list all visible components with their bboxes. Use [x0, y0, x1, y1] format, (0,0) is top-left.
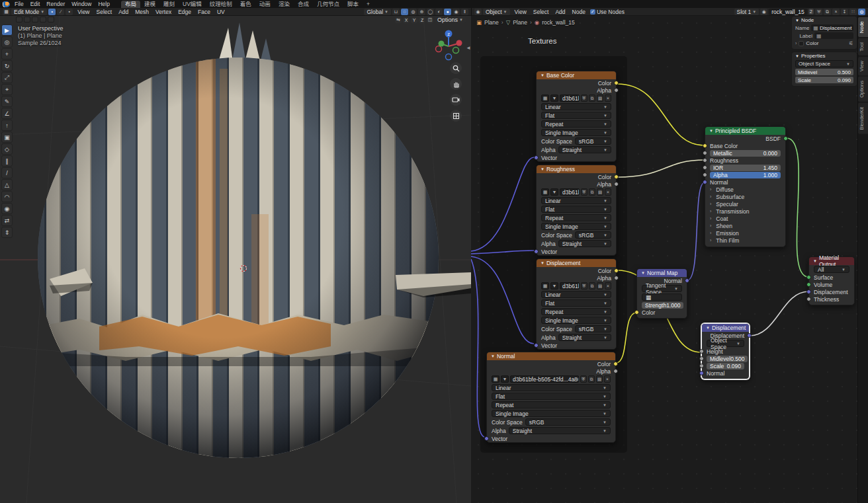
material-users-count[interactable]: 2 [808, 9, 814, 15]
workspace-tab[interactable]: 纹理绘制 [206, 1, 236, 8]
fake-user-shield-icon[interactable]: ⛨ [581, 282, 587, 290]
gizmos-icon[interactable]: ⊕ [418, 9, 425, 15]
node-label-field[interactable]: ▦ [814, 32, 853, 39]
pause-render-button[interactable]: ‖ [461, 9, 468, 15]
node-editor-menu-item[interactable]: Node [569, 8, 589, 16]
open-image-icon[interactable]: ▤ [597, 95, 603, 102]
unlink-image-icon[interactable]: × [605, 282, 611, 290]
projection-dropdown[interactable]: Flat▼ [541, 206, 611, 213]
projection-dropdown[interactable]: Flat▼ [541, 112, 611, 119]
options-dropdown[interactable]: Options▼ [435, 17, 466, 23]
sidebar-tab[interactable]: View [858, 57, 868, 75]
alpha-output-socket[interactable] [614, 276, 619, 280]
toolbar-tool-button[interactable]: ⇕ [1, 227, 13, 238]
toolbar-tool-button[interactable]: ↻ [1, 60, 13, 71]
face-select-mode-icon[interactable]: ▪ [65, 9, 73, 15]
extension-dropdown[interactable]: Repeat▼ [541, 120, 611, 128]
extension-dropdown[interactable]: Repeat▼ [541, 308, 611, 315]
node-editor-menu-item[interactable]: View [511, 8, 530, 16]
transform-orientation-dropdown[interactable]: Global▼ [364, 9, 391, 15]
base-color-input-socket[interactable] [703, 143, 707, 148]
image-texture-node[interactable]: ▼ Roughness Color Alpha ▦ ▼ d3b61bfe-b50… [536, 165, 617, 256]
space-dropdown[interactable]: Object Space▼ [795, 60, 853, 67]
collapse-icon[interactable]: ▼ [813, 259, 817, 263]
workspace-tab[interactable]: UV编辑 [179, 1, 206, 8]
viewport-menu-item[interactable]: Mesh [132, 8, 152, 16]
topbar-menu-item[interactable]: Render [43, 0, 68, 8]
camera-view-icon[interactable] [450, 94, 462, 106]
toolbar-tool-button[interactable]: + [1, 48, 13, 59]
unlink-image-icon[interactable]: × [605, 188, 611, 196]
unlink-image-icon[interactable]: × [604, 375, 611, 383]
alpha-mode-dropdown[interactable]: Straight▼ [509, 427, 611, 434]
displacement-output-socket[interactable] [747, 333, 752, 338]
scale-slider[interactable]: Scale0.090 [707, 363, 744, 369]
workspace-tab[interactable]: 动画 [255, 1, 275, 8]
new-image-icon[interactable]: ⧉ [588, 375, 595, 383]
topbar-menu-item[interactable]: Edit [27, 0, 44, 8]
normal-output-socket[interactable] [685, 278, 689, 283]
workspace-tab[interactable]: 渲染 [275, 1, 294, 8]
metallic-input-socket[interactable] [703, 151, 707, 155]
toolbar-tool-button[interactable]: ✎ [1, 96, 13, 107]
workspace-tab[interactable]: 建模 [140, 1, 159, 8]
new-material-icon[interactable]: ⧉ [824, 9, 831, 15]
vector-input-socket[interactable] [534, 155, 539, 160]
vertex-select-mode-icon[interactable]: • [48, 9, 56, 15]
material-slot-dropdown[interactable]: Slot 1▼ [734, 9, 760, 15]
target-dropdown[interactable]: All▼ [814, 266, 849, 273]
workspace-tab[interactable]: + [363, 1, 374, 8]
bsdf-section-row[interactable]: ›Specular [705, 200, 785, 208]
bsdf-section-row[interactable]: ›Sheen [705, 222, 785, 229]
color-space-dropdown[interactable]: sRGB▼ [575, 137, 611, 145]
color-space-dropdown[interactable]: sRGB▼ [575, 325, 611, 332]
projection-dropdown[interactable]: Flat▼ [492, 393, 611, 400]
node-name-field[interactable]: ▦ Displacement [811, 24, 853, 31]
shader-node-editor[interactable]: ▣ Plane › ▽ Plane › ◉ rock_wall_15 Textu… [471, 16, 868, 503]
tool-settings-icon[interactable] [32, 17, 38, 22]
vector-input-socket[interactable] [534, 249, 539, 254]
workspace-tab[interactable]: 雕刻 [159, 1, 179, 8]
blender-logo-icon[interactable] [3, 1, 10, 7]
input-socket[interactable] [806, 282, 811, 287]
unlink-image-icon[interactable]: × [605, 95, 611, 102]
image-browse-chevron[interactable]: ▼ [550, 282, 558, 290]
fake-user-shield-icon[interactable]: ⛨ [815, 9, 822, 15]
pan-hand-icon[interactable] [450, 78, 462, 90]
bsdf-section-row[interactable]: ›Subsurface [705, 193, 785, 200]
mirror-axis-button[interactable]: Z [419, 17, 425, 23]
vector-input-socket[interactable] [534, 343, 539, 348]
wireframe-shading-icon[interactable]: ◯ [427, 9, 434, 15]
edge-select-mode-icon[interactable]: ∕ [57, 9, 64, 15]
normal-map-node[interactable]: ▼ Normal Map Normal Tangent Space▼ ▦ Str… [636, 268, 687, 319]
collapse-icon[interactable]: ▼ [541, 73, 544, 77]
bsdf-output-socket[interactable] [783, 136, 788, 141]
sidebar-tab[interactable]: Options [858, 77, 868, 102]
image-texture-node[interactable]: ▼ Normal Color Alpha ▦ ▼ d3b61bfe-b505-4… [486, 352, 616, 443]
snap-symmetry-icon[interactable]: ◫ [427, 17, 433, 23]
extension-dropdown[interactable]: Repeat▼ [492, 401, 611, 408]
node-editor-menu-item[interactable]: Add [552, 8, 568, 16]
node-snap-icon[interactable]: ∷ [849, 9, 857, 15]
midlevel-slider[interactable]: Midlevel0.500 [795, 69, 853, 75]
toolbar-tool-button[interactable]: ⇄ [1, 215, 13, 226]
panel-collapse-icon[interactable]: ▼ [795, 19, 799, 22]
overlays-icon[interactable]: ◍ [410, 9, 417, 15]
image-icon[interactable]: ▦ [492, 375, 499, 383]
use-nodes-checkbox[interactable]: ✓ [590, 9, 595, 15]
color-output-socket[interactable] [614, 81, 619, 85]
space-dropdown[interactable]: Tangent Space▼ [642, 285, 682, 292]
collapse-icon[interactable]: ▼ [709, 129, 713, 133]
material-preview-shading-icon[interactable]: ● [444, 9, 451, 15]
input-socket[interactable] [806, 275, 811, 280]
toolbar-tool-button[interactable]: ⌖ [1, 84, 13, 95]
new-image-icon[interactable]: ⧉ [589, 282, 595, 290]
color-output-socket[interactable] [613, 362, 618, 366]
editor-type-icon[interactable]: ▦ [3, 9, 10, 15]
collapse-icon[interactable]: ▼ [541, 261, 544, 265]
source-dropdown[interactable]: Single Image▼ [541, 129, 611, 136]
tool-settings-icon[interactable] [24, 17, 30, 22]
perspective-toggle-icon[interactable] [450, 110, 462, 122]
new-image-icon[interactable]: ⧉ [589, 95, 595, 102]
bsdf-section-row[interactable]: ›Diffuse [705, 186, 785, 193]
